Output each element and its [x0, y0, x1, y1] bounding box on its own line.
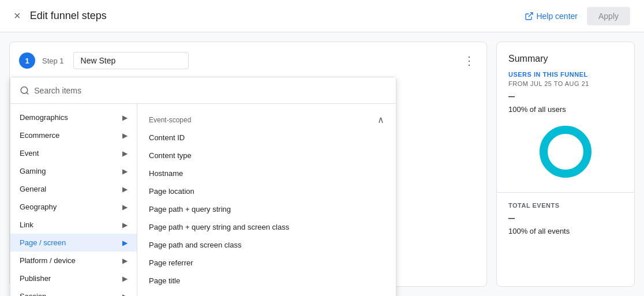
menu-item-demographics[interactable]: Demographics▶	[10, 108, 137, 126]
sub-item[interactable]: Page title	[137, 272, 396, 290]
sub-item[interactable]: Content ID	[137, 129, 396, 147]
sub-item[interactable]: Page path and screen class	[137, 236, 396, 254]
users-subtitle: USERS IN THIS FUNNEL	[508, 71, 623, 78]
menu-item-publisher[interactable]: Publisher▶	[10, 269, 137, 287]
sub-item[interactable]: Content type	[137, 147, 396, 164]
main-content: 1 Step 1 ⋮ Demographics▶Ecommerce▶Event▶…	[0, 32, 644, 296]
divider	[497, 192, 634, 193]
help-center-label: Help center	[536, 12, 578, 21]
editor-panel: 1 Step 1 ⋮ Demographics▶Ecommerce▶Event▶…	[9, 42, 487, 287]
date-range: FROM JUL 25 TO AUG 21	[508, 80, 623, 87]
menu-item-general[interactable]: General▶	[10, 180, 137, 198]
chevron-icon: ▶	[122, 293, 128, 297]
sub-item[interactable]: Page location	[137, 182, 396, 200]
total-events-dash: –	[508, 211, 623, 224]
chevron-icon: ▶	[122, 275, 128, 283]
users-dash: –	[508, 89, 623, 103]
collapse-icon[interactable]: ∧	[377, 114, 384, 125]
total-events-label: TOTAL EVENTS	[508, 202, 623, 209]
menu-item-platform--device[interactable]: Platform / device▶	[10, 252, 137, 269]
left-menu: Demographics▶Ecommerce▶Event▶Gaming▶Gene…	[10, 77, 137, 296]
sub-item[interactable]: Page path + query string and screen clas…	[137, 218, 396, 236]
left-menu-inner: Demographics▶Ecommerce▶Event▶Gaming▶Gene…	[10, 106, 137, 296]
menu-item-page--screen[interactable]: Page / screen▶	[10, 234, 137, 252]
summary-title: Summary	[508, 54, 623, 64]
chevron-icon: ▶	[122, 114, 128, 122]
chevron-icon: ▶	[122, 257, 128, 265]
header-right: Help center Apply	[525, 7, 630, 25]
search-icon	[20, 85, 29, 96]
svg-point-1	[21, 87, 28, 93]
section-label: Event-scoped	[149, 116, 191, 124]
users-pct: 100% of all users	[508, 105, 623, 114]
chevron-icon: ▶	[122, 185, 128, 193]
step-name-input[interactable]	[73, 52, 189, 69]
header-left: × Edit funnel steps	[14, 9, 107, 23]
menu-item-gaming[interactable]: Gaming▶	[10, 162, 137, 180]
menu-item-session[interactable]: Session▶	[10, 287, 137, 296]
menu-item-geography[interactable]: Geography▶	[10, 198, 137, 216]
svg-line-0	[529, 13, 533, 17]
menu-item-link[interactable]: Link▶	[10, 216, 137, 234]
chevron-icon: ▶	[122, 203, 128, 211]
close-icon: ×	[14, 9, 21, 23]
svg-point-4	[544, 130, 587, 174]
step-header: 1 Step 1 ⋮	[19, 51, 477, 70]
chevron-icon: ▶	[122, 132, 128, 140]
apply-button[interactable]: Apply	[587, 7, 630, 25]
chevron-icon: ▶	[122, 167, 128, 175]
step-badge: 1	[19, 53, 35, 69]
donut-chart	[508, 123, 623, 181]
search-input[interactable]	[34, 86, 387, 95]
help-center-link[interactable]: Help center	[525, 12, 578, 21]
total-events-pct: 100% of all events	[508, 227, 623, 235]
section-header: Event-scoped ∧	[137, 111, 396, 129]
dropdown-container: Demographics▶Ecommerce▶Event▶Gaming▶Gene…	[10, 77, 396, 296]
right-panel-inner: Event-scoped ∧ Content IDContent typeHos…	[137, 106, 396, 294]
more-options-button[interactable]: ⋮	[461, 51, 477, 70]
step-label: Step 1	[42, 57, 64, 65]
sub-item[interactable]: Page referrer	[137, 254, 396, 272]
chevron-icon: ▶	[122, 149, 128, 158]
summary-panel: Summary USERS IN THIS FUNNEL FROM JUL 25…	[496, 42, 635, 287]
close-button[interactable]: ×	[14, 9, 21, 23]
sub-item[interactable]: Page path + query string	[137, 200, 396, 218]
svg-line-2	[27, 92, 28, 94]
chevron-icon: ▶	[122, 221, 128, 229]
menu-item-ecommerce[interactable]: Ecommerce▶	[10, 126, 137, 144]
header: × Edit funnel steps Help center Apply	[0, 0, 644, 32]
right-panel: Event-scoped ∧ Content IDContent typeHos…	[137, 77, 396, 296]
page-title: Edit funnel steps	[30, 10, 107, 22]
chevron-icon: ▶	[122, 239, 128, 247]
sub-item[interactable]: Hostname	[137, 164, 396, 182]
external-link-icon	[525, 12, 534, 21]
menu-item-event[interactable]: Event▶	[10, 144, 137, 162]
